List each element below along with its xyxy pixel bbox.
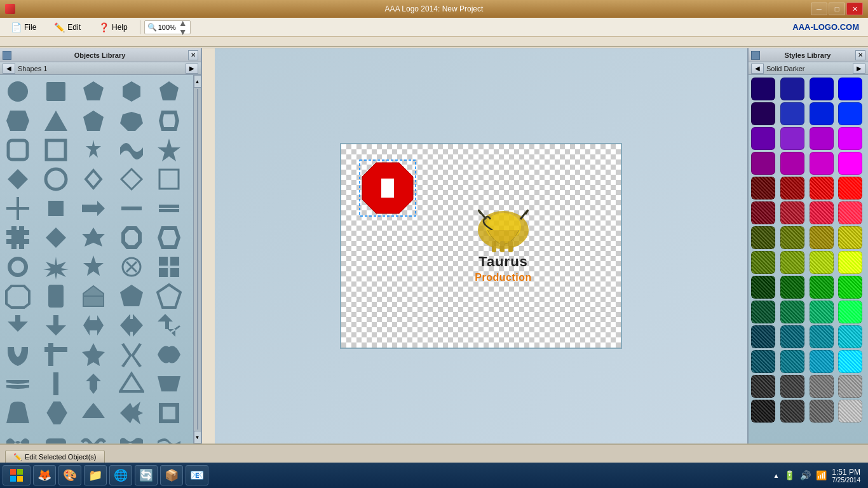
shape-cell[interactable] — [78, 370, 109, 398]
style-cell[interactable] — [810, 177, 834, 200]
shape-cell[interactable] — [116, 194, 147, 222]
close-button[interactable]: ✕ — [846, 3, 863, 15]
shape-cell[interactable] — [3, 311, 33, 339]
minimize-button[interactable]: ─ — [811, 3, 827, 15]
shape-cell[interactable] — [3, 341, 33, 369]
style-cell[interactable] — [780, 226, 804, 249]
style-cell[interactable] — [751, 301, 775, 323]
shape-cell[interactable] — [154, 341, 184, 369]
style-cell[interactable] — [810, 251, 834, 274]
shape-cell[interactable] — [78, 78, 109, 105]
shape-cell[interactable] — [41, 370, 71, 398]
style-cell[interactable] — [751, 251, 775, 274]
style-cell[interactable] — [751, 400, 775, 423]
shape-cell[interactable] — [154, 399, 184, 427]
shape-cell[interactable] — [154, 78, 184, 105]
shape-cell[interactable] — [154, 107, 184, 135]
shape-cell[interactable] — [154, 370, 184, 398]
shapes-scrollbar-thumb[interactable] — [197, 89, 198, 430]
style-cell[interactable] — [810, 400, 834, 423]
style-cell[interactable] — [780, 251, 804, 274]
shape-cell[interactable] — [78, 282, 109, 310]
aaa-logo-link[interactable]: AAA-LOGO.COM — [792, 22, 865, 32]
shape-cell[interactable] — [78, 428, 109, 444]
style-cell[interactable] — [838, 375, 862, 398]
style-cell[interactable] — [751, 226, 775, 249]
shape-cell[interactable] — [3, 78, 33, 105]
style-cell[interactable] — [810, 226, 834, 249]
shape-cell[interactable] — [3, 165, 33, 193]
style-cell[interactable] — [838, 226, 862, 249]
zoom-control[interactable]: 🔍 100% ▲ ▼ — [144, 20, 191, 34]
style-cell[interactable] — [810, 276, 834, 299]
taskbar-explorer[interactable]: 📁 — [84, 465, 107, 485]
canvas-content[interactable]: Taurus Production — [340, 143, 622, 349]
style-cell[interactable] — [810, 301, 834, 323]
style-cell[interactable] — [751, 78, 775, 100]
style-cell[interactable] — [810, 201, 834, 224]
style-cell[interactable] — [780, 375, 804, 398]
style-cell[interactable] — [751, 177, 775, 200]
taskbar-paint[interactable]: 🎨 — [58, 465, 81, 485]
taskbar-hide-icon[interactable]: ▲ — [773, 472, 779, 479]
shape-cell[interactable] — [78, 136, 109, 164]
style-cell[interactable] — [838, 325, 862, 348]
shape-cell[interactable] — [116, 370, 147, 398]
shape-cell[interactable] — [78, 253, 109, 281]
styles-panel-close[interactable]: ✕ — [855, 50, 865, 60]
taskbar-email[interactable]: 📧 — [186, 465, 208, 485]
style-cell[interactable] — [810, 102, 834, 125]
style-cell[interactable] — [838, 350, 862, 373]
style-cell[interactable] — [838, 102, 862, 125]
maximize-button[interactable]: □ — [829, 3, 845, 15]
shape-cell[interactable] — [154, 165, 184, 193]
style-cell[interactable] — [751, 102, 775, 125]
style-cell[interactable] — [810, 350, 834, 373]
objects-panel-close[interactable]: ✕ — [188, 50, 198, 60]
shape-cell[interactable] — [3, 282, 33, 310]
style-cell[interactable] — [810, 127, 834, 150]
start-button[interactable] — [3, 465, 31, 485]
style-cell[interactable] — [780, 201, 804, 224]
shape-cell[interactable] — [3, 224, 33, 252]
shape-cell[interactable] — [116, 107, 147, 135]
shape-cell[interactable] — [78, 165, 109, 193]
menu-edit[interactable]: ✏️ Edit — [46, 19, 89, 36]
style-cell[interactable] — [810, 325, 834, 348]
menu-help[interactable]: ❓ Help — [90, 19, 136, 36]
shape-cell[interactable] — [3, 194, 33, 222]
shapes-prev-button[interactable]: ◀ — [3, 64, 15, 74]
taskbar-chrome[interactable]: 🌐 — [109, 465, 132, 485]
shape-cell[interactable] — [41, 165, 71, 193]
shape-cell[interactable] — [78, 399, 109, 427]
shape-cell[interactable] — [3, 428, 33, 444]
zoom-up-button[interactable]: ▲ — [179, 18, 187, 27]
style-cell[interactable] — [838, 276, 862, 299]
style-cell[interactable] — [780, 276, 804, 299]
shape-cell[interactable] — [41, 341, 71, 369]
style-cell[interactable] — [751, 201, 775, 224]
style-cell[interactable] — [780, 350, 804, 373]
shape-cell[interactable] — [3, 370, 33, 398]
style-cell[interactable] — [838, 301, 862, 323]
shape-cell[interactable] — [116, 165, 147, 193]
shape-cell[interactable] — [154, 428, 184, 444]
shape-cell[interactable] — [3, 107, 33, 135]
shape-cell[interactable] — [154, 194, 184, 222]
style-cell[interactable] — [780, 78, 804, 100]
style-cell[interactable] — [810, 152, 834, 175]
style-cell[interactable] — [780, 152, 804, 175]
shape-cell[interactable] — [116, 282, 147, 310]
shape-cell[interactable] — [3, 253, 33, 281]
shape-cell[interactable] — [41, 399, 71, 427]
menu-file[interactable]: 📄 File — [3, 19, 44, 36]
style-cell[interactable] — [751, 325, 775, 348]
shape-cell[interactable] — [78, 341, 109, 369]
taskbar-firefox[interactable]: 🦊 — [33, 465, 56, 485]
shape-cell[interactable] — [154, 253, 184, 281]
style-cell[interactable] — [751, 375, 775, 398]
style-cell[interactable] — [838, 78, 862, 100]
shape-cell[interactable] — [116, 428, 147, 444]
canvas-checkerboard[interactable]: Taurus Production — [341, 144, 621, 348]
shape-cell[interactable] — [154, 224, 184, 252]
